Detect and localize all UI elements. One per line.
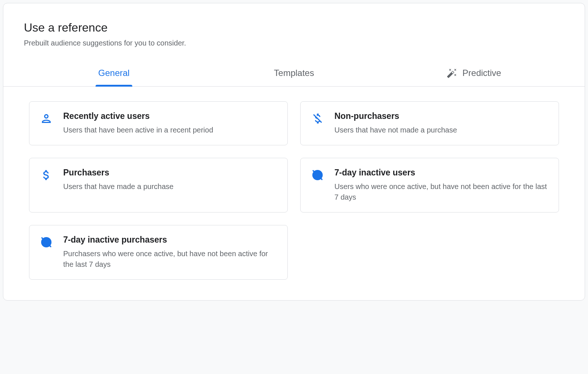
tabs-bar: General Templates Predictive <box>3 61 585 87</box>
card-body: 7-day inactive purchasers Purchasers who… <box>63 235 277 270</box>
card-description: Users who were once active, but have not… <box>334 181 548 203</box>
card-body: Non-purchasers Users that have not made … <box>334 111 548 135</box>
card-non-purchasers[interactable]: Non-purchasers Users that have not made … <box>300 101 559 145</box>
tab-label: General <box>98 68 129 78</box>
tab-general[interactable]: General <box>24 61 204 86</box>
panel-title: Use a reference <box>24 21 564 35</box>
person-icon <box>40 112 53 125</box>
card-purchasers[interactable]: Purchasers Users that have made a purcha… <box>29 158 288 213</box>
dollar-off-icon <box>311 112 324 125</box>
wand-icon <box>447 68 457 78</box>
card-title: Non-purchasers <box>334 111 548 121</box>
cards-grid: Recently active users Users that have be… <box>3 87 585 300</box>
tab-label: Predictive <box>462 68 501 78</box>
card-description: Purchasers who were once active, but hav… <box>63 248 277 270</box>
card-7-day-inactive-purchasers[interactable]: 7-day inactive purchasers Purchasers who… <box>29 225 288 280</box>
card-title: 7-day inactive users <box>334 168 548 178</box>
dollar-icon <box>40 168 53 182</box>
clock-off-icon <box>311 168 324 182</box>
card-body: 7-day inactive users Users who were once… <box>334 168 548 203</box>
clock-off-icon <box>40 236 53 249</box>
card-7-day-inactive-users[interactable]: 7-day inactive users Users who were once… <box>300 158 559 213</box>
card-body: Recently active users Users that have be… <box>63 111 277 135</box>
tab-templates[interactable]: Templates <box>204 61 384 86</box>
card-description: Users that have not made a purchase <box>334 125 548 135</box>
panel-header: Use a reference Prebuilt audience sugges… <box>3 3 585 56</box>
card-description: Users that have been active in a recent … <box>63 125 277 135</box>
reference-panel: Use a reference Prebuilt audience sugges… <box>3 3 585 301</box>
card-recently-active-users[interactable]: Recently active users Users that have be… <box>29 101 288 145</box>
panel-subtitle: Prebuilt audience suggestions for you to… <box>24 39 564 47</box>
tab-label: Templates <box>274 68 314 78</box>
tab-predictive[interactable]: Predictive <box>384 61 564 86</box>
card-body: Purchasers Users that have made a purcha… <box>63 168 277 192</box>
card-title: 7-day inactive purchasers <box>63 235 277 245</box>
card-title: Purchasers <box>63 168 277 178</box>
card-description: Users that have made a purchase <box>63 181 277 192</box>
card-title: Recently active users <box>63 111 277 121</box>
